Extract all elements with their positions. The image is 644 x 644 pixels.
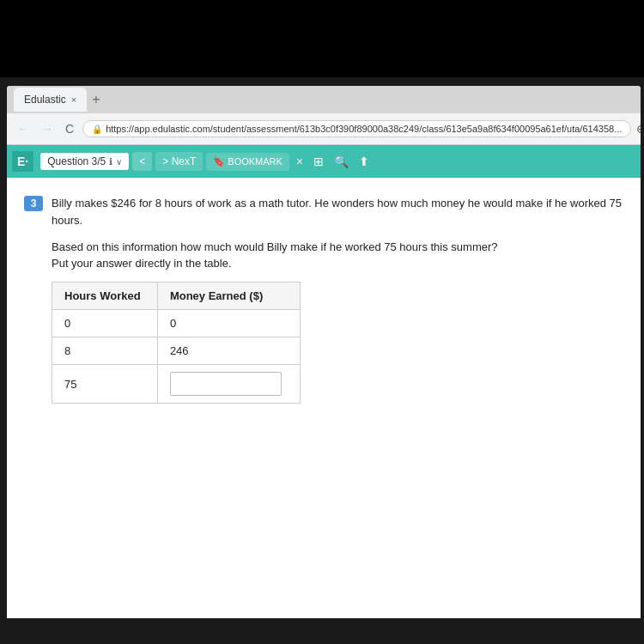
table-row: 0 0 [52, 310, 301, 337]
browser-action-1[interactable]: ⊕ [636, 122, 641, 136]
bookmark-button[interactable]: 🔖 BOOKMARK [206, 153, 289, 171]
edu-toolbar: E· Question 3/5 ℹ ∨ < > NexT 🔖 BOOKMARK … [7, 145, 641, 178]
tab-bar: Edulastic × + [7, 86, 641, 113]
question-info-text: Question 3/5 [47, 155, 106, 167]
browser-window: Edulastic × + ← → C 🔒 https://app.edulas… [7, 86, 641, 618]
money-cell-246: 246 [157, 337, 300, 365]
forward-button[interactable]: → [38, 120, 57, 137]
search-button[interactable]: 🔍 [331, 153, 352, 170]
col1-header: Hours Worked [52, 283, 158, 310]
lock-icon: 🔒 [92, 125, 102, 134]
content-area: 3 Billy makes $246 for 8 hours of work a… [7, 178, 641, 618]
hours-cell-0: 0 [52, 310, 158, 337]
money-cell-0: 0 [157, 310, 300, 337]
put-answer-instruction: Put your answer directly in the table. [52, 257, 623, 270]
url-text: https://app.edulastic.com/student/assess… [106, 124, 622, 134]
browser-actions: ⊕ ☆ [636, 122, 641, 136]
money-answer-input[interactable] [170, 372, 282, 396]
new-tab-button[interactable]: + [92, 92, 100, 107]
bookmark-icon: 🔖 [213, 156, 225, 167]
info-chevron: ∨ [116, 157, 122, 167]
question-header: 3 Billy makes $246 for 8 hours of work a… [24, 195, 623, 228]
url-bar[interactable]: 🔒 https://app.edulastic.com/student/asse… [82, 120, 631, 137]
question-number-badge: 3 [24, 196, 43, 211]
question-info: Question 3/5 ℹ ∨ [40, 153, 129, 170]
table-row: 75 [52, 365, 301, 404]
col2-header: Money Earned ($) [157, 283, 300, 310]
bookmark-label: BOOKMARK [228, 156, 283, 167]
prev-button[interactable]: < [132, 152, 152, 171]
table-row: 8 246 [52, 337, 301, 365]
question-sub-text: Based on this information how much would… [52, 240, 623, 253]
active-tab[interactable]: Edulastic × [14, 88, 87, 112]
hours-cell-75: 75 [52, 365, 158, 404]
address-bar: ← → C 🔒 https://app.edulastic.com/studen… [7, 113, 641, 144]
money-input-cell[interactable] [157, 365, 300, 404]
info-icon: ℹ [109, 156, 112, 167]
close-button[interactable]: × [293, 153, 307, 170]
tab-close-button[interactable]: × [71, 94, 76, 105]
answer-table: Hours Worked Money Earned ($) 0 0 8 246 … [52, 282, 301, 404]
refresh-button[interactable]: C [62, 120, 77, 137]
grid-button[interactable]: ⊞ [310, 153, 327, 170]
next-button[interactable]: > NexT [155, 152, 203, 171]
back-button[interactable]: ← [14, 120, 33, 137]
question-main-text: Billy makes $246 for 8 hours of work as … [52, 195, 623, 228]
browser-chrome: Edulastic × + ← → C 🔒 https://app.edulas… [7, 86, 641, 145]
hours-cell-8: 8 [52, 337, 158, 365]
upload-button[interactable]: ⬆ [355, 153, 373, 170]
edu-logo: E· [12, 151, 33, 172]
search-icon: 🔍 [334, 155, 349, 168]
tab-title: Edulastic [24, 94, 66, 106]
upload-icon: ⬆ [359, 155, 369, 168]
